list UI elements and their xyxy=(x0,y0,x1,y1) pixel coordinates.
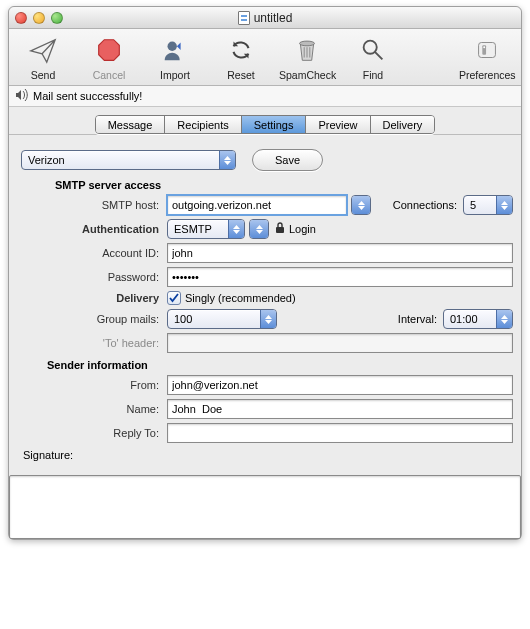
provider-popup[interactable]: Verizon xyxy=(21,150,236,170)
cancel-label: Cancel xyxy=(81,69,137,81)
send-label: Send xyxy=(15,69,71,81)
label-from: From: xyxy=(17,379,167,391)
window-buttons xyxy=(15,12,63,24)
section-sender-header: Sender information xyxy=(47,359,513,371)
reset-button[interactable]: Reset xyxy=(213,33,269,81)
label-signature: Signature: xyxy=(23,449,513,461)
interval-value: 01:00 xyxy=(450,313,478,325)
circular-arrows-icon xyxy=(213,33,269,67)
label-password: Password: xyxy=(17,271,167,283)
tab-bar: Message Recipients Settings Preview Deli… xyxy=(9,107,521,135)
find-button[interactable]: Find xyxy=(345,33,401,81)
document-icon xyxy=(238,11,250,25)
spamcheck-button[interactable]: SpamCheck xyxy=(279,33,335,81)
save-button[interactable]: Save xyxy=(252,149,323,171)
preferences-button[interactable]: Preferences xyxy=(459,33,515,81)
singly-checkbox[interactable] xyxy=(167,291,181,305)
label-smtp-host: SMTP host: xyxy=(17,199,167,211)
zoom-icon[interactable] xyxy=(51,12,63,24)
chevron-updown-icon xyxy=(352,196,370,214)
to-header-input xyxy=(167,333,513,353)
connections-value: 5 xyxy=(470,199,476,211)
cancel-button[interactable]: Cancel xyxy=(81,33,137,81)
status-text: Mail sent successfully! xyxy=(33,90,142,102)
label-connections: Connections: xyxy=(393,199,457,211)
svg-point-6 xyxy=(483,46,485,48)
chevron-updown-icon xyxy=(250,220,268,238)
section-smtp-header: SMTP server access xyxy=(55,179,513,191)
settings-panel: Verizon Save SMTP server access SMTP hos… xyxy=(9,135,521,473)
tab-message[interactable]: Message xyxy=(96,116,166,133)
stop-octagon-icon xyxy=(81,33,137,67)
app-window: untitled Send Cancel Imp xyxy=(8,6,522,540)
svg-marker-0 xyxy=(99,40,120,61)
svg-point-2 xyxy=(300,41,315,46)
checkmark-icon xyxy=(169,293,179,303)
import-button[interactable]: Import xyxy=(147,33,203,81)
toolbar: Send Cancel Import Reset xyxy=(9,29,521,86)
trashcan-icon xyxy=(279,33,335,67)
password-input[interactable] xyxy=(167,267,513,287)
interval-popup[interactable]: 01:00 xyxy=(443,309,513,329)
svg-point-3 xyxy=(364,41,377,54)
chevron-updown-icon xyxy=(219,151,235,169)
lock-icon xyxy=(275,222,285,236)
label-to-header: 'To' header: xyxy=(17,337,167,349)
window-title: untitled xyxy=(254,11,293,25)
label-group-mails: Group mails: xyxy=(17,313,167,325)
paperplane-icon xyxy=(15,33,71,67)
reset-label: Reset xyxy=(213,69,269,81)
label-account-id: Account ID: xyxy=(17,247,167,259)
chevron-updown-icon xyxy=(260,310,276,328)
import-label: Import xyxy=(147,69,203,81)
switch-icon xyxy=(459,33,515,67)
account-id-input[interactable] xyxy=(167,243,513,263)
connections-popup[interactable]: 5 xyxy=(463,195,513,215)
tab-recipients[interactable]: Recipients xyxy=(165,116,241,133)
sound-icon xyxy=(15,89,29,103)
reply-to-input[interactable] xyxy=(167,423,513,443)
minimize-icon[interactable] xyxy=(33,12,45,24)
chevron-updown-icon xyxy=(228,220,244,238)
label-authentication: Authentication xyxy=(17,223,167,235)
signature-textarea[interactable] xyxy=(9,475,521,539)
group-mails-popup[interactable]: 100 xyxy=(167,309,277,329)
auth-mode-popup[interactable]: ESMTP xyxy=(167,219,245,239)
preferences-label: Preferences xyxy=(459,69,515,81)
magnifier-icon xyxy=(345,33,401,67)
label-name: Name: xyxy=(17,403,167,415)
find-label: Find xyxy=(345,69,401,81)
send-button[interactable]: Send xyxy=(15,33,71,81)
svg-rect-7 xyxy=(276,227,284,233)
label-reply-to: Reply To: xyxy=(17,427,167,439)
spamcheck-label: SpamCheck xyxy=(279,69,335,81)
auth-extra-button[interactable] xyxy=(249,219,269,239)
smtp-host-input[interactable] xyxy=(167,195,347,215)
provider-value: Verizon xyxy=(28,154,65,166)
close-icon[interactable] xyxy=(15,12,27,24)
tab-settings[interactable]: Settings xyxy=(242,116,307,133)
smtp-host-stepper[interactable] xyxy=(351,195,371,215)
svg-rect-4 xyxy=(479,43,496,58)
tab-preview[interactable]: Preview xyxy=(306,116,370,133)
group-mails-value: 100 xyxy=(174,313,192,325)
chevron-updown-icon xyxy=(496,310,512,328)
singly-label: Singly (recommended) xyxy=(185,292,296,304)
tab-delivery[interactable]: Delivery xyxy=(371,116,435,133)
status-bar: Mail sent successfully! xyxy=(9,86,521,107)
login-indicator: Login xyxy=(275,222,316,236)
name-input[interactable] xyxy=(167,399,513,419)
auth-mode-value: ESMTP xyxy=(174,223,212,235)
label-delivery: Delivery xyxy=(17,292,167,304)
titlebar: untitled xyxy=(9,7,521,29)
login-label: Login xyxy=(289,223,316,235)
user-add-icon xyxy=(147,33,203,67)
chevron-updown-icon xyxy=(496,196,512,214)
svg-point-1 xyxy=(168,42,177,51)
label-interval: Interval: xyxy=(398,313,437,325)
from-input[interactable] xyxy=(167,375,513,395)
